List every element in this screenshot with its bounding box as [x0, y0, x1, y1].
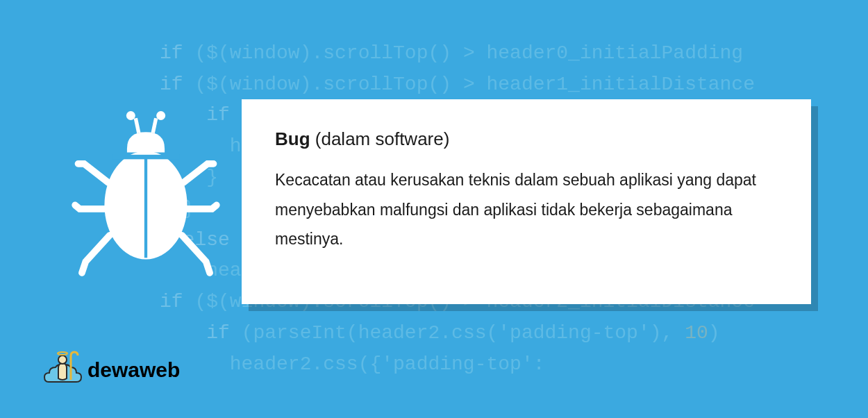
svg-rect-3 — [151, 118, 158, 133]
logo-text: dewaweb — [87, 358, 180, 382]
card-body: Kecacatan atau kerusakan teknis dalam se… — [275, 165, 778, 254]
svg-rect-2 — [134, 118, 141, 133]
content-wrapper: Bug (dalam software) Kecacatan atau keru… — [0, 0, 868, 418]
svg-rect-5 — [144, 156, 147, 258]
card-title-bold: Bug — [275, 128, 310, 149]
svg-rect-6 — [112, 155, 180, 160]
svg-point-8 — [58, 352, 67, 355]
bug-icon — [69, 111, 222, 292]
card-title-regular: (dalam software) — [310, 128, 450, 149]
dewaweb-icon — [43, 351, 85, 389]
svg-point-7 — [58, 356, 67, 364]
card-title: Bug (dalam software) — [275, 128, 778, 150]
definition-card: Bug (dalam software) Kecacatan atau keru… — [242, 99, 811, 304]
logo: dewaweb — [43, 351, 180, 389]
